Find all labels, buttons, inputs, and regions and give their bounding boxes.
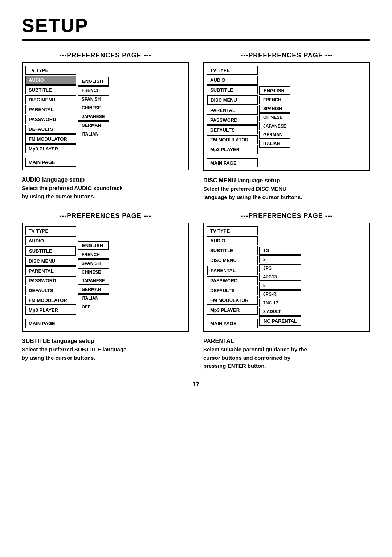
dropdown-italian[interactable]: ITALIAN	[78, 130, 109, 138]
dropdown-japanese[interactable]: JAPANESE	[78, 113, 109, 121]
menu-bl-audio[interactable]: AUDIO	[25, 236, 76, 245]
menu-and-dropdown-top-right: TV TYPE AUDIO SUBTITLE DISC MENU PARENTA…	[207, 66, 367, 167]
dropdown-bl-italian[interactable]: ITALIAN	[78, 294, 109, 302]
desc-bottom-left: SUBTITLE language setup Select the prefe…	[22, 337, 189, 362]
desc-line1-bottom-right: Select suitable parental guidance by the	[203, 346, 370, 354]
menu-parental[interactable]: PARENTAL	[25, 105, 76, 114]
dropdown-tr-german[interactable]: GERMAN	[259, 131, 290, 139]
dropdown-br-no-parental[interactable]: NO PARENTAL	[259, 316, 301, 326]
dropdown-tr-italian[interactable]: ITALIAN	[259, 140, 290, 148]
menu-tr-main-page[interactable]: MAIN PAGE	[207, 158, 258, 167]
dropdown-french[interactable]: FRENCH	[78, 86, 109, 94]
dropdown-bl-french[interactable]: FRENCH	[78, 251, 109, 259]
desc-line2-bottom-left: by using the cursor buttons.	[22, 354, 189, 362]
menu-password[interactable]: PASSWORD	[25, 115, 76, 124]
pref-box-bottom-right: TV TYPE AUDIO SUBTITLE DISC MENU PARENTA…	[203, 223, 370, 332]
menu-br-defaults[interactable]: DEFAULTS	[207, 286, 258, 295]
menu-bl-parental[interactable]: PARENTAL	[25, 266, 76, 275]
menu-br-mp3-player[interactable]: Mp3 PLAYER	[207, 306, 258, 315]
top-row: ---PREFERENCES PAGE --- TV TYPE AUDIO SU…	[22, 52, 370, 201]
panel-top-right: ---PREFERENCES PAGE --- TV TYPE AUDIO SU…	[203, 52, 370, 201]
desc-title-top-right: DISC MENU language setup	[203, 176, 370, 185]
menu-tr-subtitle[interactable]: SUBTITLE	[207, 85, 258, 94]
dropdown-bl-spanish[interactable]: SPANISH	[78, 259, 109, 267]
menu-bl-defaults[interactable]: DEFAULTS	[25, 286, 76, 295]
menu-main-page[interactable]: MAIN PAGE	[25, 158, 76, 167]
dropdown-tr-chinese[interactable]: CHINESE	[259, 113, 290, 121]
dropdown-english[interactable]: ENGLISH	[78, 77, 109, 86]
menu-tr-password[interactable]: PASSWORD	[207, 116, 258, 125]
desc-line1-bottom-left: Select the preferred SUBTITLE language	[22, 346, 189, 354]
menu-bl-fm-modulator[interactable]: FM MODULATOR	[25, 296, 76, 305]
dropdown-br-4pg13[interactable]: 4PG13	[259, 273, 301, 281]
menu-bl-tv-type[interactable]: TV TYPE	[25, 226, 76, 235]
dropdown-bl-german[interactable]: GERMAN	[78, 286, 109, 294]
dropdown-tr-english[interactable]: ENGLISH	[259, 86, 290, 95]
desc-title-bottom-right: PARENTAL	[203, 337, 370, 346]
menu-tr-defaults[interactable]: DEFAULTS	[207, 125, 258, 134]
dropdown-tr-spanish[interactable]: SPANISH	[259, 105, 290, 113]
dropdown-bl-english[interactable]: ENGLISH	[78, 241, 109, 250]
dropdown-br-3pg[interactable]: 3PG	[259, 264, 301, 272]
menu-tr-audio[interactable]: AUDIO	[207, 76, 258, 85]
menu-and-dropdown-bottom-left: TV TYPE AUDIO SUBTITLE DISC MENU PARENTA…	[25, 226, 185, 328]
dropdown-german[interactable]: GERMAN	[78, 121, 109, 129]
menu-br-main-page[interactable]: MAIN PAGE	[207, 319, 258, 328]
desc-line2-bottom-right: cursor buttons and conformed by	[203, 354, 370, 362]
pref-box-top-right: TV TYPE AUDIO SUBTITLE DISC MENU PARENTA…	[203, 62, 370, 171]
menu-tr-parental[interactable]: PARENTAL	[207, 106, 258, 115]
desc-line1-top-right: Select the preferred DISC MENU	[203, 185, 370, 193]
menu-fm-modulator[interactable]: FM MODULATOR	[25, 134, 76, 144]
dropdown-tr-french[interactable]: FRENCH	[259, 96, 290, 104]
menu-bl-main-page[interactable]: MAIN PAGE	[25, 319, 76, 328]
dropdown-bl-off[interactable]: OFF	[78, 303, 109, 311]
desc-title-top-left: AUDIO language setup	[22, 175, 189, 184]
menu-br-disc-menu[interactable]: DISC MENU	[207, 256, 258, 265]
pref-box-top-left: TV TYPE AUDIO SUBTITLE DISC MENU PARENTA…	[22, 62, 189, 170]
menu-tv-type[interactable]: TV TYPE	[25, 66, 76, 75]
dropdown-chinese[interactable]: CHINESE	[78, 104, 109, 112]
menu-col-top-right: TV TYPE AUDIO SUBTITLE DISC MENU PARENTA…	[207, 66, 258, 167]
dropdown-col-bottom-right: 1G 2 3PG 4PG13 5 6PG-R 7NC-17 8 ADULT NO…	[259, 247, 301, 328]
menu-col-bottom-right: TV TYPE AUDIO SUBTITLE DISC MENU PARENTA…	[207, 226, 258, 328]
menu-tr-fm-modulator[interactable]: FM MODULATOR	[207, 135, 258, 144]
menu-disc-menu[interactable]: DISC MENU	[25, 95, 76, 104]
menu-br-subtitle[interactable]: SUBTITLE	[207, 246, 258, 255]
menu-defaults[interactable]: DEFAULTS	[25, 125, 76, 134]
panel-top-right-heading: ---PREFERENCES PAGE ---	[203, 52, 370, 59]
menu-tr-tv-type[interactable]: TV TYPE	[207, 66, 258, 75]
menu-bl-mp3-player[interactable]: Mp3 PLAYER	[25, 306, 76, 315]
dropdown-spanish[interactable]: SPANISH	[78, 95, 109, 103]
menu-bl-disc-menu[interactable]: DISC MENU	[25, 257, 76, 266]
dropdown-br-8adult[interactable]: 8 ADULT	[259, 308, 301, 316]
menu-tr-disc-menu[interactable]: DISC MENU	[207, 95, 258, 105]
dropdown-br-7nc17[interactable]: 7NC-17	[259, 299, 301, 307]
desc-line1-top-left: Select the preferred AUDIO soundtrack	[22, 184, 189, 193]
desc-line3-bottom-right: pressing ENTER button.	[203, 362, 370, 370]
desc-bottom-right: PARENTAL Select suitable parental guidan…	[203, 337, 370, 370]
dropdown-bl-chinese[interactable]: CHINESE	[78, 268, 109, 276]
menu-tr-mp3-player[interactable]: Mp3 PLAYER	[207, 145, 258, 154]
menu-br-fm-modulator[interactable]: FM MODULATOR	[207, 296, 258, 305]
menu-br-password[interactable]: PASSWORD	[207, 276, 258, 285]
dropdown-bl-japanese[interactable]: JAPANESE	[78, 277, 109, 285]
panel-bottom-right-heading: ---PREFERENCES PAGE ---	[203, 212, 370, 220]
title-divider	[22, 39, 370, 41]
menu-bl-subtitle[interactable]: SUBTITLE	[25, 246, 76, 256]
menu-mp3-player[interactable]: Mp3 PLAYER	[25, 144, 76, 153]
menu-audio[interactable]: AUDIO	[25, 76, 76, 85]
dropdown-br-5[interactable]: 5	[259, 282, 301, 290]
dropdown-br-2[interactable]: 2	[259, 255, 301, 263]
panel-top-left-heading: ---PREFERENCES PAGE ---	[22, 52, 189, 59]
menu-br-audio[interactable]: AUDIO	[207, 236, 258, 245]
dropdown-br-6pgr[interactable]: 6PG-R	[259, 290, 301, 298]
dropdown-br-1g[interactable]: 1G	[259, 247, 301, 255]
dropdown-col-top-right: ENGLISH FRENCH SPANISH CHINESE JAPANESE …	[259, 86, 290, 167]
menu-br-parental[interactable]: PARENTAL	[207, 266, 258, 275]
bottom-row: ---PREFERENCES PAGE --- TV TYPE AUDIO SU…	[22, 212, 370, 370]
menu-bl-password[interactable]: PASSWORD	[25, 276, 76, 285]
dropdown-tr-japanese[interactable]: JAPANESE	[259, 122, 290, 130]
menu-br-tv-type[interactable]: TV TYPE	[207, 226, 258, 235]
menu-subtitle[interactable]: SUBTITLE	[25, 85, 76, 94]
panel-bottom-left-heading: ---PREFERENCES PAGE ---	[22, 212, 189, 220]
